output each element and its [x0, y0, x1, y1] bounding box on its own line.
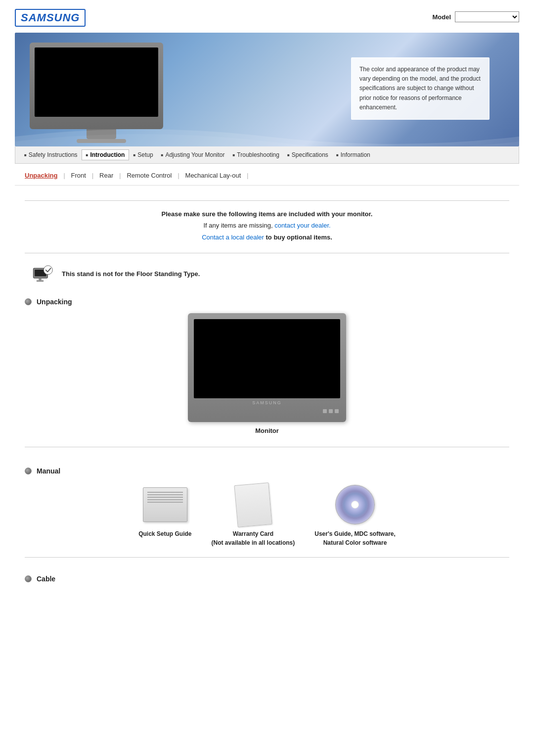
nav-label-troubleshooting: Troubleshooting	[237, 151, 279, 158]
manual-section-title: Manual	[37, 467, 60, 475]
nav-label-specifications: Specifications	[292, 151, 328, 158]
sub-nav-mechanical-layout[interactable]: Mechanical Lay-out	[185, 170, 241, 181]
cd-icon	[335, 485, 375, 524]
sub-nav-unpacking[interactable]: Unpacking	[25, 170, 57, 181]
nav-label-safety: Safety Instructions	[29, 151, 78, 158]
content-area: Unpacking | Front | Rear | Remote Contro…	[15, 164, 519, 598]
sub-nav-rear[interactable]: Rear	[99, 170, 113, 181]
hero-waves-decoration	[15, 117, 519, 146]
intro-bottom-divider	[25, 253, 509, 253]
cable-section: Cable	[25, 557, 509, 583]
nav-item-setup[interactable]: Setup	[129, 150, 157, 160]
monitor-btn-2	[329, 409, 333, 413]
nav-item-specifications[interactable]: Specifications	[283, 150, 332, 160]
monitor-outer	[30, 43, 163, 129]
svg-point-4	[44, 265, 52, 274]
svg-rect-3	[36, 280, 43, 282]
stand-svg-icon	[31, 265, 53, 287]
contact-local-dealer-link[interactable]: Contact a local dealer	[202, 234, 264, 241]
note-text: This stand is not for the Floor Standing…	[62, 263, 200, 279]
manual-section: Manual Quick Setup Guide Warranty Card(N…	[25, 447, 509, 547]
warranty-image	[228, 485, 278, 524]
model-area: Model	[432, 11, 519, 22]
monitor-caption: Monitor	[255, 427, 279, 434]
svg-rect-2	[39, 278, 41, 281]
note-box: This stand is not for the Floor Standing…	[25, 263, 509, 288]
hero-banner: The color and appearance of the product …	[15, 33, 519, 146]
quick-setup-label: Quick Setup Guide	[138, 529, 191, 538]
quick-setup-item: Quick Setup Guide	[138, 485, 191, 547]
cable-section-title: Cable	[37, 575, 55, 583]
nav-item-introduction[interactable]: Introduction	[82, 149, 130, 160]
monitor-product-image: SAMSUNG	[188, 313, 346, 422]
warranty-card-icon	[234, 482, 272, 527]
intro-line2: If any items are missing,	[203, 222, 274, 229]
page-header: SAMSUNG Model	[0, 0, 534, 27]
monitor-screen	[35, 47, 158, 117]
unpacking-bullet	[25, 298, 32, 305]
manual-items-container: Quick Setup Guide Warranty Card(Not avai…	[25, 485, 509, 547]
nav-label-adjusting: Adjusting Your Monitor	[165, 151, 224, 158]
nav-label-setup: Setup	[137, 151, 153, 158]
cable-bullet	[25, 575, 32, 582]
cable-section-header: Cable	[25, 575, 509, 583]
users-guide-image	[330, 485, 380, 524]
intro-line1: Please make sure the following items are…	[162, 210, 373, 218]
nav-bar: Safety Instructions Introduction Setup A…	[15, 146, 519, 164]
nav-item-troubleshooting[interactable]: Troubleshooting	[229, 150, 283, 160]
hero-text-box: The color and appearance of the product …	[351, 57, 490, 120]
monitor-product-brand: SAMSUNG	[194, 400, 340, 405]
nav-label-introduction: Introduction	[90, 151, 125, 158]
users-guide-label: User's Guide, MDC software,Natural Color…	[314, 529, 396, 547]
sub-nav-sep-3: |	[113, 172, 127, 179]
sub-nav-remote-control[interactable]: Remote Control	[127, 170, 172, 181]
nav-label-information: Information	[341, 151, 370, 158]
warranty-label: Warranty Card(Not available in all locat…	[212, 529, 295, 547]
sub-nav: Unpacking | Front | Rear | Remote Contro…	[15, 164, 519, 186]
top-divider	[25, 200, 509, 201]
sub-nav-front[interactable]: Front	[71, 170, 86, 181]
manual-bullet	[25, 468, 32, 474]
sub-nav-sep-4: |	[172, 172, 185, 179]
warranty-item: Warranty Card(Not available in all locat…	[212, 485, 295, 547]
nav-item-adjusting[interactable]: Adjusting Your Monitor	[157, 150, 229, 160]
samsung-logo: SAMSUNG	[15, 9, 86, 27]
hero-description: The color and appearance of the product …	[359, 66, 481, 111]
monitor-btn-1	[323, 409, 327, 413]
stand-note-icon	[30, 263, 54, 288]
monitor-display-area: SAMSUNG Monitor	[25, 313, 509, 434]
quick-setup-image	[140, 485, 190, 524]
nav-item-safety[interactable]: Safety Instructions	[20, 150, 82, 160]
quick-setup-guide-icon	[143, 487, 187, 522]
unpacking-section-header: Unpacking	[25, 298, 509, 306]
monitor-product-buttons	[323, 409, 339, 413]
manual-section-header: Manual	[25, 467, 509, 475]
sub-nav-sep-2: |	[86, 172, 99, 179]
unpacking-section-title: Unpacking	[37, 298, 72, 306]
model-select[interactable]	[455, 11, 519, 22]
intro-line3-suffix: to buy optional items.	[264, 234, 332, 241]
monitor-product-screen	[194, 319, 340, 398]
sub-nav-sep-1: |	[57, 172, 71, 179]
users-guide-item: User's Guide, MDC software,Natural Color…	[314, 485, 396, 547]
sub-nav-sep-5: |	[241, 172, 254, 179]
model-label: Model	[432, 13, 451, 21]
contact-dealer-link[interactable]: contact your dealer.	[274, 222, 330, 229]
monitor-btn-3	[335, 409, 339, 413]
main-content: Please make sure the following items are…	[15, 186, 519, 598]
intro-text: Please make sure the following items are…	[25, 208, 509, 243]
nav-item-information[interactable]: Information	[332, 150, 374, 160]
